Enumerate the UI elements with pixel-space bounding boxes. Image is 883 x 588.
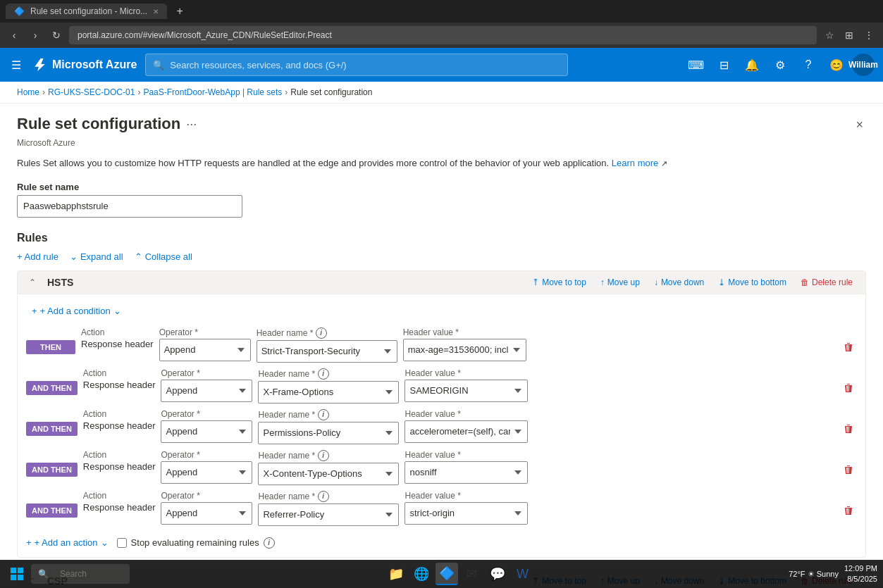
cloud-shell-btn[interactable]: ⌨ bbox=[683, 52, 708, 77]
action-type-label-rule1-0: Action bbox=[81, 327, 154, 337]
collapse-all-btn[interactable]: ⌃ Collapse all bbox=[135, 251, 192, 262]
delete-rule-btn-hsts[interactable]: 🗑 Delete rule bbox=[796, 276, 857, 289]
operator-select-rule1-0[interactable]: Append Append Overwrite Delete bbox=[159, 339, 251, 361]
add-action-chevron-hsts: ⌄ bbox=[101, 537, 109, 548]
operator-select-rule1-4[interactable]: Append Append Overwrite Delete bbox=[161, 502, 252, 525]
user-avatar[interactable]: William bbox=[852, 54, 875, 76]
header-name-info-rule1-0[interactable]: i bbox=[316, 327, 327, 339]
move-down-btn-hsts[interactable]: ↓ Move down bbox=[650, 276, 708, 289]
header-name-info-rule1-2[interactable]: i bbox=[318, 409, 329, 420]
header-value-group-rule1-2: Header value * accelerometer=(self), cam… bbox=[405, 409, 528, 443]
header-value-select-rule1-4[interactable]: strict-origin bbox=[405, 502, 528, 525]
svg-rect-0 bbox=[11, 568, 16, 573]
feedback-btn[interactable]: 😊 bbox=[824, 52, 849, 77]
add-action-icon-hsts: + bbox=[26, 537, 32, 548]
taskbar-explorer-item[interactable]: 📁 bbox=[385, 563, 407, 584]
header-name-info-rule1-1[interactable]: i bbox=[318, 368, 329, 380]
header-value-select-rule1-1[interactable]: SAMEORIGIN bbox=[405, 380, 528, 402]
tab-close-btn[interactable]: ✕ bbox=[153, 8, 159, 15]
taskbar-search-input[interactable] bbox=[53, 564, 123, 584]
azure-search-bar[interactable]: 🔍 Search resources, services, and docs (… bbox=[145, 54, 568, 76]
operator-label-rule1-4: Operator * bbox=[161, 491, 252, 501]
delete-action-btn-rule1-3[interactable] bbox=[840, 461, 857, 481]
breadcrumb-home[interactable]: Home bbox=[17, 87, 39, 97]
reload-btn[interactable]: ↻ bbox=[48, 27, 65, 44]
taskbar-browser-active-item[interactable]: 🔷 bbox=[436, 563, 458, 584]
help-btn[interactable]: ? bbox=[796, 52, 821, 77]
header-name-select-rule1-1[interactable]: X-Frame-Options bbox=[258, 381, 399, 404]
header-name-label-rule1-1: Header name * i bbox=[258, 368, 399, 380]
action-row-rule1-0: THEN Action Response header Operator * A… bbox=[26, 327, 857, 363]
delete-action-btn-rule1-2[interactable] bbox=[840, 420, 857, 440]
new-tab-btn[interactable]: + bbox=[171, 3, 188, 20]
stop-eval-label-hsts[interactable]: Stop evaluating remaining rules i bbox=[117, 537, 275, 549]
delete-action-btn-rule1-4[interactable] bbox=[840, 502, 857, 522]
move-up-btn-hsts[interactable]: ↑ Move up bbox=[596, 276, 644, 289]
taskbar-mail-item[interactable]: ✉ bbox=[461, 563, 483, 584]
operator-select-rule1-1[interactable]: Append Append Overwrite Delete bbox=[161, 380, 252, 402]
stop-eval-info-icon-hsts[interactable]: i bbox=[264, 537, 275, 549]
start-btn[interactable] bbox=[6, 563, 28, 584]
header-name-select-rule1-3[interactable]: X-Content-Type-Options bbox=[258, 463, 399, 485]
page-title-more-btn[interactable]: ··· bbox=[186, 117, 197, 132]
directory-btn[interactable]: ⊟ bbox=[711, 52, 736, 77]
add-action-btn-hsts[interactable]: + + Add an action ⌄ bbox=[26, 537, 109, 548]
browser-tab[interactable]: 🔷 Rule set configuration - Micro... ✕ bbox=[6, 4, 167, 19]
rule-header-actions-hsts: ⤒ Move to top ↑ Move up ↓ Move down ⤓ Mo… bbox=[528, 276, 857, 289]
action-fields-rule1-4: Action Response header Operator * Append… bbox=[83, 491, 834, 526]
extensions-btn[interactable]: ⊞ bbox=[841, 27, 858, 44]
taskbar-teams-item[interactable]: 💬 bbox=[486, 563, 509, 584]
header-value-label-rule1-4: Header value * bbox=[405, 491, 528, 501]
notifications-btn[interactable]: 🔔 bbox=[739, 52, 765, 77]
action-type-group-rule1-2: Action Response header bbox=[83, 409, 156, 431]
breadcrumb-frontdoor[interactable]: PaaS-FrontDoor-WebApp | Rule sets bbox=[143, 87, 282, 97]
taskbar-items: 📁 🌐 🔷 ✉ 💬 W bbox=[132, 563, 786, 584]
rule-set-name-field: Rule set name bbox=[17, 182, 866, 218]
stop-eval-checkbox-hsts[interactable] bbox=[117, 538, 127, 548]
header-value-select-rule1-3[interactable]: nosniff bbox=[405, 461, 528, 484]
header-name-select-rule1-2[interactable]: Permissions-Policy bbox=[258, 422, 399, 444]
move-up-icon: ↑ bbox=[600, 277, 605, 287]
page-title: Rule set configuration bbox=[17, 115, 180, 133]
add-rule-btn[interactable]: + Add rule bbox=[17, 251, 58, 262]
operator-label-rule1-3: Operator * bbox=[161, 450, 252, 460]
settings-btn[interactable]: ⋮ bbox=[860, 27, 877, 44]
add-condition-icon: + bbox=[32, 306, 37, 316]
address-bar[interactable] bbox=[69, 26, 817, 44]
delete-action-btn-rule1-0[interactable] bbox=[840, 339, 857, 358]
taskbar-edge-item[interactable]: 🌐 bbox=[410, 563, 433, 584]
add-condition-btn-hsts[interactable]: + + Add a condition ⌄ bbox=[26, 303, 127, 319]
header-name-select-rule1-0[interactable]: Strict-Transport-Security bbox=[257, 340, 397, 363]
delete-action-btn-rule1-1[interactable] bbox=[840, 380, 857, 399]
header-value-select-rule1-0[interactable]: max-age=31536000; includ... bbox=[403, 339, 526, 361]
breadcrumb-rg[interactable]: RG-UKS-SEC-DOC-01 bbox=[48, 87, 135, 97]
settings-btn[interactable]: ⚙ bbox=[767, 52, 793, 77]
header-name-info-rule1-3[interactable]: i bbox=[318, 450, 329, 461]
operator-select-rule1-2[interactable]: Append Append Overwrite Delete bbox=[161, 420, 252, 443]
rule-name-input-hsts[interactable] bbox=[44, 275, 522, 289]
header-name-info-rule1-4[interactable]: i bbox=[318, 491, 329, 502]
azure-topbar-actions: ⌨ ⊟ 🔔 ⚙ ? 😊 William bbox=[683, 52, 875, 77]
header-value-select-rule1-2[interactable]: accelerometer=(self), camer... bbox=[405, 420, 528, 443]
taskbar-word-item[interactable]: W bbox=[512, 563, 534, 584]
bookmark-btn[interactable]: ☆ bbox=[821, 27, 838, 44]
back-btn[interactable]: ‹ bbox=[6, 27, 23, 44]
header-name-label-rule1-4: Header name * i bbox=[258, 491, 399, 502]
breadcrumb: Home › RG-UKS-SEC-DOC-01 › PaaS-FrontDoo… bbox=[0, 82, 883, 104]
close-panel-btn[interactable]: × bbox=[853, 115, 866, 135]
header-name-select-rule1-4[interactable]: Referrer-Policy bbox=[258, 503, 399, 526]
rule-set-name-input[interactable] bbox=[17, 195, 242, 218]
taskbar-weather: 72°F ☀ Sunny bbox=[789, 570, 839, 579]
rule-collapse-btn-hsts[interactable]: ⌃ bbox=[26, 277, 39, 287]
browser-nav: ‹ › ↻ ☆ ⊞ ⋮ bbox=[0, 23, 883, 48]
learn-more-link[interactable]: Learn more bbox=[612, 158, 658, 168]
azure-menu-btn[interactable]: ☰ bbox=[8, 56, 24, 75]
then-badge-rule1-2: AND THEN bbox=[26, 422, 78, 436]
rule-body-hsts: + + Add a condition ⌄ THEN Action Respon… bbox=[18, 294, 865, 557]
forward-btn[interactable]: › bbox=[27, 27, 44, 44]
expand-all-btn[interactable]: ⌄ Expand all bbox=[70, 251, 123, 262]
action-type-group-rule1-1: Action Response header bbox=[83, 368, 156, 390]
move-to-top-btn-hsts[interactable]: ⤒ Move to top bbox=[528, 276, 591, 289]
move-to-bottom-btn-hsts[interactable]: ⤓ Move to bottom bbox=[714, 276, 791, 289]
operator-select-rule1-3[interactable]: Append Append Overwrite Delete bbox=[161, 461, 252, 484]
